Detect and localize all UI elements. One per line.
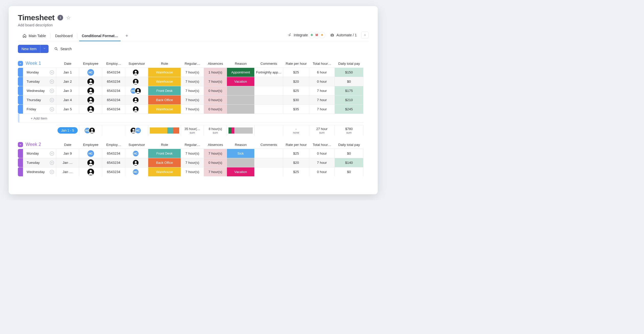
supervisor-cell[interactable]: HC xyxy=(125,86,148,95)
role-cell[interactable]: Back Office xyxy=(148,95,181,104)
role-cell[interactable]: Warehouse xyxy=(148,167,181,176)
daily-pay-cell[interactable]: $0 xyxy=(335,167,363,176)
column-header[interactable]: Employee xyxy=(79,62,102,68)
daily-pay-cell[interactable]: $210 xyxy=(335,95,363,104)
employee-cell[interactable]: HC xyxy=(79,149,102,158)
regular-hours-cell[interactable]: 7 hour(s) xyxy=(181,95,204,104)
supervisor-cell[interactable] xyxy=(125,104,148,114)
integrate-button[interactable]: Integrate ✱ M ✦ xyxy=(288,32,325,38)
column-header[interactable]: Role xyxy=(148,62,181,68)
supervisor-cell[interactable] xyxy=(125,77,148,86)
employee-id-cell[interactable]: 6543234 xyxy=(102,68,125,77)
absences-cell[interactable]: 7 hour(s) xyxy=(204,167,227,176)
item-name-cell[interactable]: Thursday xyxy=(23,95,56,104)
item-name-cell[interactable]: Friday xyxy=(23,104,56,114)
supervisor-cell[interactable] xyxy=(125,95,148,104)
reason-cell[interactable]: Vacation xyxy=(227,77,255,86)
role-cell[interactable]: Warehouse xyxy=(148,68,181,77)
daily-pay-cell[interactable]: $245 xyxy=(335,104,363,114)
reason-cell[interactable] xyxy=(227,158,255,167)
employee-id-cell[interactable]: 6543234 xyxy=(102,95,125,104)
add-view-button[interactable]: + xyxy=(123,33,131,39)
regular-hours-cell[interactable]: 7 hour(s) xyxy=(181,158,204,167)
date-cell[interactable]: Jan … xyxy=(56,158,79,167)
conversation-icon[interactable] xyxy=(49,98,54,103)
rate-cell[interactable]: $25 xyxy=(283,167,309,176)
date-cell[interactable]: Jan … xyxy=(56,167,79,176)
regular-hours-cell[interactable]: 7 hour(s) xyxy=(181,68,204,77)
column-header[interactable]: Daily total pay xyxy=(335,62,363,68)
rate-cell[interactable]: $20 xyxy=(283,158,309,167)
tab-main-table[interactable]: Main Table xyxy=(18,31,50,41)
employee-id-cell[interactable]: 6543234 xyxy=(102,167,125,176)
add-item-button[interactable]: + Add Item xyxy=(18,114,363,123)
comments-cell[interactable] xyxy=(255,86,283,95)
date-cell[interactable]: Jan 4 xyxy=(56,95,79,104)
regular-hours-cell[interactable]: 7 hour(s) xyxy=(181,149,204,158)
board-description[interactable]: Add board description xyxy=(18,23,369,27)
supervisor-cell[interactable]: HC xyxy=(125,149,148,158)
daily-pay-cell[interactable]: $175 xyxy=(335,86,363,95)
conversation-icon[interactable] xyxy=(49,169,54,175)
column-header[interactable]: Supervisor xyxy=(125,62,148,68)
column-header[interactable]: Absences xyxy=(204,62,227,68)
column-header[interactable]: Date xyxy=(56,62,79,68)
total-hours-cell[interactable]: 7 hour xyxy=(309,104,335,114)
item-name-cell[interactable]: Monday xyxy=(23,149,56,158)
rate-cell[interactable]: $25 xyxy=(283,149,309,158)
total-hours-cell[interactable]: 7 hour xyxy=(309,158,335,167)
column-header[interactable]: Reason xyxy=(227,143,255,149)
rate-cell[interactable]: $25 xyxy=(283,86,309,95)
total-hours-cell[interactable]: 0 hour xyxy=(309,77,335,86)
daily-pay-cell[interactable]: $140 xyxy=(335,158,363,167)
daily-pay-cell[interactable]: $0 xyxy=(335,149,363,158)
conversation-icon[interactable] xyxy=(49,107,54,112)
employee-id-cell[interactable]: 6543234 xyxy=(102,77,125,86)
conversation-icon[interactable] xyxy=(49,151,54,156)
supervisor-cell[interactable] xyxy=(125,158,148,167)
collapse-header-button[interactable] xyxy=(361,31,369,39)
column-header[interactable]: Employee xyxy=(79,143,102,149)
reason-cell[interactable]: Sick xyxy=(227,149,255,158)
employee-cell[interactable] xyxy=(79,77,102,86)
regular-hours-cell[interactable]: 7 hour(s) xyxy=(181,104,204,114)
conversation-icon[interactable] xyxy=(49,79,54,84)
column-header[interactable]: Total hour… xyxy=(309,62,335,68)
comments-cell[interactable] xyxy=(255,149,283,158)
regular-hours-cell[interactable]: 7 hour(s) xyxy=(181,77,204,86)
comments-cell[interactable] xyxy=(255,104,283,114)
employee-cell[interactable] xyxy=(79,167,102,176)
employee-id-cell[interactable]: 6543234 xyxy=(102,158,125,167)
date-cell[interactable]: Jan 1 xyxy=(56,68,79,77)
reason-cell[interactable] xyxy=(227,95,255,104)
employee-id-cell[interactable]: 6543234 xyxy=(102,86,125,95)
total-hours-cell[interactable]: 7 hour xyxy=(309,86,335,95)
supervisor-cell[interactable] xyxy=(125,68,148,77)
absences-cell[interactable]: 7 hour(s) xyxy=(204,77,227,86)
item-name-cell[interactable]: Tuesday xyxy=(23,158,56,167)
tab-dashboard[interactable]: Dashboard xyxy=(50,31,77,41)
column-header[interactable]: Date xyxy=(56,143,79,149)
comments-cell[interactable] xyxy=(255,167,283,176)
employee-cell[interactable]: HC xyxy=(79,68,102,77)
rate-cell[interactable]: $35 xyxy=(283,104,309,114)
reason-cell[interactable] xyxy=(227,86,255,95)
conversation-icon[interactable] xyxy=(49,70,54,75)
employee-id-cell[interactable]: 6543234 xyxy=(102,104,125,114)
group-collapse-button[interactable] xyxy=(18,142,23,147)
column-header[interactable]: Reason xyxy=(227,62,255,68)
item-name-cell[interactable]: Tuesday xyxy=(23,77,56,86)
role-cell[interactable]: Warehouse xyxy=(148,77,181,86)
date-cell[interactable]: Jan 9 xyxy=(56,149,79,158)
regular-hours-cell[interactable]: 7 hour(s) xyxy=(181,86,204,95)
group-collapse-button[interactable] xyxy=(18,61,23,66)
comments-cell[interactable] xyxy=(255,95,283,104)
role-cell[interactable]: Front Desk xyxy=(148,86,181,95)
favorite-star-icon[interactable]: ☆ xyxy=(66,15,71,21)
daily-pay-cell[interactable]: $0 xyxy=(335,77,363,86)
automate-button[interactable]: Automate / 1 xyxy=(330,33,357,37)
rate-cell[interactable]: $20 xyxy=(283,77,309,86)
column-header[interactable]: Comments xyxy=(255,143,283,149)
conversation-icon[interactable] xyxy=(49,160,54,165)
absences-cell[interactable]: 0 hour(s) xyxy=(204,104,227,114)
